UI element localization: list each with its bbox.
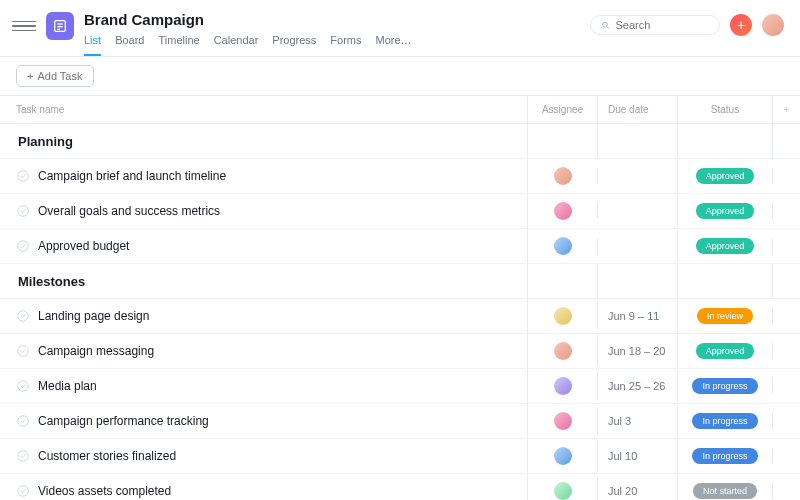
column-headers: Task name Assignee Due date Status + xyxy=(0,95,800,124)
svg-point-4 xyxy=(603,22,608,27)
status-pill[interactable]: In progress xyxy=(692,413,757,429)
status-pill[interactable]: Approved xyxy=(696,168,755,184)
status-pill[interactable]: In progress xyxy=(692,448,757,464)
task-list: PlanningCampaign brief and launch timeli… xyxy=(0,124,800,500)
tab-calendar[interactable]: Calendar xyxy=(214,34,259,56)
tab-forms[interactable]: Forms xyxy=(330,34,361,56)
row-add xyxy=(772,308,800,324)
tab-progress[interactable]: Progress xyxy=(272,34,316,56)
complete-check-icon[interactable] xyxy=(16,449,30,463)
task-row[interactable]: Media planJun 25 – 26In progress xyxy=(0,369,800,404)
row-add xyxy=(772,168,800,184)
row-add xyxy=(772,343,800,359)
add-task-button[interactable]: + Add Task xyxy=(16,65,94,87)
status-pill[interactable]: Approved xyxy=(696,203,755,219)
col-header-due[interactable]: Due date xyxy=(597,96,677,123)
due-date[interactable]: Jun 18 – 20 xyxy=(597,337,677,365)
complete-check-icon[interactable] xyxy=(16,344,30,358)
section-heading[interactable]: Milestones xyxy=(0,264,527,295)
assignee-avatar[interactable] xyxy=(554,307,572,325)
row-add xyxy=(772,413,800,429)
assignee-avatar[interactable] xyxy=(554,342,572,360)
svg-point-6 xyxy=(18,171,29,182)
due-date[interactable]: Jul 3 xyxy=(597,407,677,435)
search-input[interactable] xyxy=(616,19,709,31)
status-pill[interactable]: Not started xyxy=(693,483,757,499)
menu-icon[interactable] xyxy=(12,14,36,38)
user-avatar[interactable] xyxy=(762,14,784,36)
due-date[interactable] xyxy=(597,238,677,254)
row-add xyxy=(772,483,800,499)
due-date[interactable]: Jul 20 xyxy=(597,477,677,500)
add-task-label: Add Task xyxy=(37,70,82,82)
assignee-avatar[interactable] xyxy=(554,482,572,500)
status-pill[interactable]: Approved xyxy=(696,343,755,359)
svg-point-8 xyxy=(18,241,29,252)
task-row[interactable]: Campaign performance trackingJul 3In pro… xyxy=(0,404,800,439)
task-title: Customer stories finalized xyxy=(38,449,176,463)
complete-check-icon[interactable] xyxy=(16,414,30,428)
svg-point-13 xyxy=(18,451,29,462)
assignee-avatar[interactable] xyxy=(554,237,572,255)
tab-more[interactable]: More… xyxy=(376,34,412,56)
task-title: Landing page design xyxy=(38,309,149,323)
task-row[interactable]: Approved budgetApproved xyxy=(0,229,800,264)
project-title: Brand Campaign xyxy=(84,8,590,28)
task-row[interactable]: Campaign messagingJun 18 – 20Approved xyxy=(0,334,800,369)
search-icon xyxy=(601,20,611,31)
svg-point-14 xyxy=(18,486,29,497)
complete-check-icon[interactable] xyxy=(16,239,30,253)
due-date[interactable]: Jun 9 – 11 xyxy=(597,302,677,330)
task-row[interactable]: Videos assets completedJul 20Not started xyxy=(0,474,800,500)
row-add xyxy=(772,378,800,394)
status-pill[interactable]: In review xyxy=(697,308,753,324)
assignee-avatar[interactable] xyxy=(554,167,572,185)
tab-board[interactable]: Board xyxy=(115,34,144,56)
section-heading[interactable]: Planning xyxy=(0,124,527,155)
due-date[interactable] xyxy=(597,203,677,219)
task-title: Campaign messaging xyxy=(38,344,154,358)
task-row[interactable]: Customer stories finalizedJul 10In progr… xyxy=(0,439,800,474)
due-date[interactable]: Jun 25 – 26 xyxy=(597,372,677,400)
plus-icon: + xyxy=(27,70,33,82)
col-header-assignee[interactable]: Assignee xyxy=(527,96,597,123)
due-date[interactable]: Jul 10 xyxy=(597,442,677,470)
view-tabs: ListBoardTimelineCalendarProgressFormsMo… xyxy=(84,34,590,56)
due-date[interactable] xyxy=(597,168,677,184)
task-title: Media plan xyxy=(38,379,97,393)
toolbar: + Add Task xyxy=(0,57,800,95)
tab-list[interactable]: List xyxy=(84,34,101,56)
complete-check-icon[interactable] xyxy=(16,309,30,323)
svg-point-9 xyxy=(18,311,29,322)
col-header-add[interactable]: + xyxy=(772,96,800,123)
complete-check-icon[interactable] xyxy=(16,204,30,218)
col-header-name[interactable]: Task name xyxy=(0,96,527,123)
row-add xyxy=(772,203,800,219)
complete-check-icon[interactable] xyxy=(16,484,30,498)
global-add-button[interactable]: + xyxy=(730,14,752,36)
status-pill[interactable]: In progress xyxy=(692,378,757,394)
svg-point-12 xyxy=(18,416,29,427)
search-box[interactable] xyxy=(590,15,720,35)
task-title: Overall goals and success metrics xyxy=(38,204,220,218)
assignee-avatar[interactable] xyxy=(554,447,572,465)
status-pill[interactable]: Approved xyxy=(696,238,755,254)
task-row[interactable]: Overall goals and success metricsApprove… xyxy=(0,194,800,229)
assignee-avatar[interactable] xyxy=(554,377,572,395)
complete-check-icon[interactable] xyxy=(16,169,30,183)
task-title: Approved budget xyxy=(38,239,129,253)
svg-line-5 xyxy=(607,26,609,28)
col-header-status[interactable]: Status xyxy=(677,96,772,123)
svg-point-10 xyxy=(18,346,29,357)
task-title: Campaign brief and launch timeline xyxy=(38,169,226,183)
complete-check-icon[interactable] xyxy=(16,379,30,393)
project-icon xyxy=(46,12,74,40)
task-row[interactable]: Landing page designJun 9 – 11In review xyxy=(0,299,800,334)
assignee-avatar[interactable] xyxy=(554,412,572,430)
assignee-avatar[interactable] xyxy=(554,202,572,220)
app-header: Brand Campaign ListBoardTimelineCalendar… xyxy=(0,0,800,57)
svg-point-7 xyxy=(18,206,29,217)
task-row[interactable]: Campaign brief and launch timelineApprov… xyxy=(0,159,800,194)
tab-timeline[interactable]: Timeline xyxy=(158,34,199,56)
row-add xyxy=(772,448,800,464)
